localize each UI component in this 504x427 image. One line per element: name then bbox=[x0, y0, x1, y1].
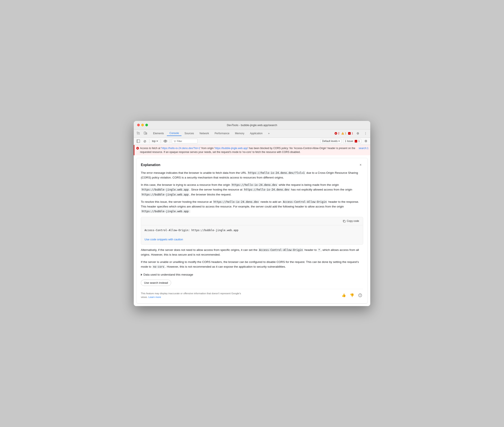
origin-code-2: https://bubble-jingle.web.app bbox=[141, 188, 189, 191]
explanation-para2: In this case, the browser is trying to a… bbox=[141, 183, 363, 197]
caution-link[interactable]: Use code snippets with caution bbox=[144, 237, 360, 242]
alt-code-1: Access-Control-Allow-Origin bbox=[258, 248, 304, 252]
sidebar-toggle-icon[interactable] bbox=[135, 138, 141, 144]
devtools-tab-bar: Elements Console Sources Network Perform… bbox=[134, 130, 370, 138]
maximize-button[interactable] bbox=[145, 124, 148, 126]
report-icon[interactable] bbox=[357, 292, 363, 298]
badge-count[interactable]: ! 1 bbox=[348, 132, 353, 135]
resolve-code-2: Access-Control-Allow-Origin bbox=[282, 200, 327, 204]
log-level-selector[interactable]: Default levels bbox=[321, 139, 341, 143]
toolbar-divider-3 bbox=[170, 139, 170, 143]
svg-rect-0 bbox=[137, 132, 138, 133]
triangle-icon bbox=[141, 274, 142, 276]
resolve-code-3: https://bubble-jingle.web.app bbox=[141, 209, 189, 213]
toolbar-divider-2 bbox=[161, 139, 161, 143]
more-options-icon[interactable]: ⋮ bbox=[362, 130, 369, 136]
devtools-window: DevTools - bubble-jingle.web.app/search … bbox=[134, 121, 370, 306]
tab-sources[interactable]: Sources bbox=[182, 131, 197, 136]
close-button[interactable] bbox=[137, 124, 140, 126]
error-text: Access to fetch at 'https://hello-io-24.… bbox=[140, 146, 358, 154]
use-search-button[interactable]: Use search instead bbox=[141, 279, 363, 286]
title-bar: DevTools - bubble-jingle.web.app/search bbox=[134, 121, 370, 130]
code-block-toolbar: Copy code bbox=[141, 217, 363, 226]
data-used-section: Data used to understand this message Use… bbox=[141, 272, 363, 286]
learn-more-link[interactable]: Learn more bbox=[148, 296, 161, 298]
explanation-para3: To resolve this issue, the server hostin… bbox=[141, 199, 363, 214]
origin-code-4: https://bubble-jingle.web.app bbox=[141, 193, 189, 196]
settings-icon[interactable]: ⚙ bbox=[355, 130, 361, 136]
tab-application[interactable]: Application bbox=[247, 131, 265, 136]
window-title: DevTools - bubble-jingle.web.app/search bbox=[227, 123, 277, 127]
svg-text:!: ! bbox=[349, 132, 350, 134]
console-toolbar: ⊘ top Filter Defa bbox=[134, 138, 370, 145]
inspect-icon[interactable] bbox=[135, 130, 142, 136]
explanation-title: Explanation bbox=[141, 163, 160, 167]
svg-point-10 bbox=[165, 141, 166, 142]
svg-rect-1 bbox=[144, 132, 146, 134]
svg-rect-8 bbox=[137, 140, 140, 143]
explanation-para5: If the server is unable or unwilling to … bbox=[141, 260, 363, 269]
cors-origin-link[interactable]: https://hello-io-24.deno.dev/?lvl=1 bbox=[161, 147, 200, 150]
console-settings-icon[interactable]: ⚙ bbox=[363, 138, 369, 144]
explanation-para4: Alternatively, if the server does not ne… bbox=[141, 248, 363, 257]
tab-console[interactable]: Console bbox=[167, 131, 181, 136]
code-block: Copy code Access-Control-Allow-Origin: h… bbox=[141, 217, 363, 245]
disclaimer-text: This feature may display inaccurate or o… bbox=[141, 292, 244, 299]
disclaimer: This feature may display inaccurate or o… bbox=[141, 289, 363, 299]
disclaimer-actions: 👍 👎 bbox=[341, 292, 363, 298]
close-explanation-button[interactable]: × bbox=[358, 162, 363, 168]
issues-badge[interactable]: 1 Issue: ! 1 bbox=[343, 139, 361, 143]
nocors-code: no-cors bbox=[152, 265, 165, 268]
console-content: Access to fetch at 'https://hello-io-24.… bbox=[134, 145, 370, 306]
source-location-link[interactable]: search:1 bbox=[359, 146, 369, 150]
traffic-lights bbox=[137, 124, 148, 126]
use-search-btn[interactable]: Use search instead bbox=[141, 280, 171, 286]
resolve-code-1: https://hello-io-24.deno.dev bbox=[213, 200, 260, 204]
tab-performance[interactable]: Performance bbox=[212, 131, 232, 136]
svg-text:✕: ✕ bbox=[335, 132, 337, 135]
error-count[interactable]: ✕ 2 bbox=[334, 132, 339, 135]
tab-more[interactable]: » bbox=[266, 131, 272, 136]
tab-network[interactable]: Network bbox=[197, 131, 212, 136]
url-code-1: https://hello-io-24.deno.dev/?lvl=1 bbox=[247, 171, 306, 175]
explanation-header: Explanation × bbox=[141, 162, 363, 168]
tab-elements[interactable]: Elements bbox=[150, 131, 166, 136]
copy-code-button[interactable]: Copy code bbox=[341, 218, 361, 224]
tab-icons bbox=[135, 130, 148, 136]
levels-chevron-icon bbox=[338, 141, 340, 142]
alt-code-2: * bbox=[318, 248, 321, 252]
filter-input-wrap[interactable]: Filter bbox=[172, 139, 197, 144]
eye-icon[interactable] bbox=[163, 138, 168, 144]
clear-icon[interactable]: ⊘ bbox=[142, 138, 148, 144]
context-selector[interactable]: top bbox=[151, 139, 159, 143]
code-block-content: Access-Control-Allow-Origin: https://bub… bbox=[141, 225, 363, 236]
minimize-button[interactable] bbox=[141, 124, 144, 126]
device-icon[interactable] bbox=[142, 130, 148, 136]
svg-text:!: ! bbox=[356, 140, 356, 142]
svg-rect-19 bbox=[344, 221, 345, 222]
origin-code-3: https://hello-io-24.deno.dev bbox=[243, 188, 290, 191]
toolbar-right: Default levels 1 Issue: ! 1 ⚙ bbox=[321, 138, 369, 144]
error-circle-icon bbox=[136, 146, 139, 151]
svg-rect-2 bbox=[146, 133, 147, 134]
tab-right-area: ✕ 2 ! 1 ! 1 ⚙ ⋮ bbox=[334, 130, 369, 136]
explanation-body: The error message indicates that the bro… bbox=[141, 171, 363, 299]
svg-point-22 bbox=[360, 296, 360, 297]
toolbar-divider-1 bbox=[149, 139, 150, 143]
explanation-para1: The error message indicates that the bro… bbox=[141, 171, 363, 180]
warn-count[interactable]: ! 1 bbox=[341, 132, 346, 135]
thumbs-up-icon[interactable]: 👍 bbox=[341, 292, 347, 298]
filter-area: Filter bbox=[172, 139, 320, 144]
origin-code-1: https://hello-io-24.deno.dev bbox=[231, 183, 278, 187]
chevron-down-icon bbox=[156, 141, 158, 142]
data-used-toggle[interactable]: Data used to understand this message bbox=[141, 272, 363, 277]
thumbs-down-icon[interactable]: 👎 bbox=[349, 292, 355, 298]
tab-memory[interactable]: Memory bbox=[232, 131, 247, 136]
explanation-panel: Explanation × The error message indicate… bbox=[136, 158, 368, 304]
svg-text:!: ! bbox=[342, 132, 343, 134]
error-message-row: Access to fetch at 'https://hello-io-24.… bbox=[134, 145, 370, 155]
app-origin-link[interactable]: https://bubble-jingle.web.app bbox=[215, 147, 248, 150]
